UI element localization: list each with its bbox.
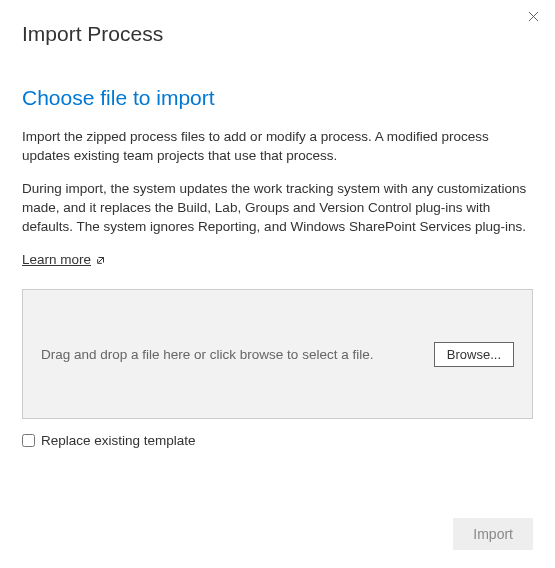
dialog-subtitle: Choose file to import bbox=[22, 86, 533, 110]
close-icon bbox=[528, 11, 539, 22]
replace-template-checkbox[interactable] bbox=[22, 434, 35, 447]
learn-more-label: Learn more bbox=[22, 252, 91, 267]
close-button[interactable] bbox=[525, 8, 541, 24]
replace-template-checkbox-row: Replace existing template bbox=[22, 433, 533, 448]
dialog-footer: Import bbox=[453, 518, 533, 550]
dialog-title: Import Process bbox=[22, 22, 533, 46]
browse-button[interactable]: Browse... bbox=[434, 342, 514, 367]
file-dropzone[interactable]: Drag and drop a file here or click brows… bbox=[22, 289, 533, 419]
description-paragraph-1: Import the zipped process files to add o… bbox=[22, 128, 533, 166]
learn-more-link[interactable]: Learn more bbox=[22, 252, 106, 267]
description-paragraph-2: During import, the system updates the wo… bbox=[22, 180, 533, 237]
external-link-icon bbox=[96, 255, 106, 265]
import-button[interactable]: Import bbox=[453, 518, 533, 550]
dropzone-hint: Drag and drop a file here or click brows… bbox=[41, 347, 373, 362]
replace-template-label: Replace existing template bbox=[41, 433, 196, 448]
